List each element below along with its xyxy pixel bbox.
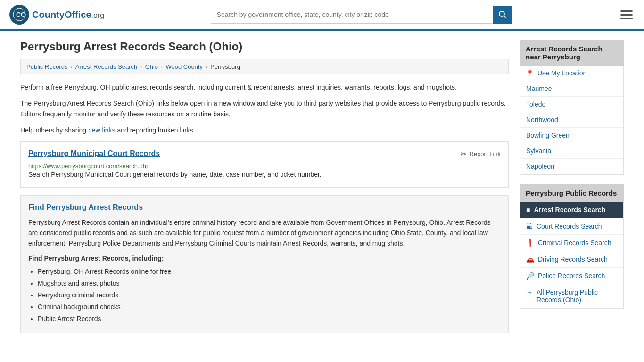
description-para1: Perform a free Perrysburg, OH public arr… [20,82,509,92]
svg-line-3 [504,16,506,18]
list-item: Perrysburg, OH Arrest Records online for… [38,266,501,278]
record-card-header: Perrysburg Municipal Court Records ✂ Rep… [28,149,501,158]
sidebar-nearby-list: 📍 Use My Location Maumee Toledo Northwoo… [520,66,624,175]
sidebar-nearby-napoleon[interactable]: Napoleon [520,159,623,174]
court-records-label: Court Records Search [537,222,602,230]
sidebar-records-section: Perrysburg Public Records ■ Arrest Recor… [520,184,624,309]
menu-line [620,14,633,16]
search-input[interactable] [211,6,493,24]
logo-icon: CO [9,5,29,25]
sidebar-nearby-bowling-green[interactable]: Bowling Green [520,128,623,143]
breadcrumb: Public Records › Arrest Records Search ›… [20,59,509,74]
sidebar-nearby-northwood[interactable]: Northwood [520,112,623,128]
use-my-location[interactable]: 📍 Use My Location [520,66,623,81]
record-url[interactable]: https://www.perrysburgcourt.com/search.p… [28,163,149,170]
find-section-list: Perrysburg, OH Arrest Records online for… [28,266,501,325]
breadcrumb-public-records[interactable]: Public Records [26,63,67,70]
search-button[interactable] [493,6,512,24]
all-records-icon: → [526,288,533,296]
desc-para3-prefix: Help others by sharing [20,126,88,134]
police-records-label: Police Records Search [538,272,605,280]
site-header: CO CountyOffice.org [0,0,644,31]
logo-suffix: .org [91,11,105,19]
list-item: Public Arrest Records [38,313,501,325]
record-desc: Search Perrysburg Municipal Court genera… [28,170,501,180]
use-location-label: Use My Location [537,69,586,77]
menu-line [620,10,633,12]
svg-text:CO: CO [16,11,26,18]
find-section-para: Perrysburg Arrest Records contain an ind… [28,217,501,249]
report-icon: ✂ [461,149,467,158]
sidebar-records-title: Perrysburg Public Records [520,184,624,202]
main-container: Perrysburg Arrest Records Search (Ohio) … [11,31,633,350]
search-bar-area [211,6,512,24]
list-item: Criminal background checks [38,301,501,313]
breadcrumb-ohio[interactable]: Ohio [145,63,158,70]
sidebar-nearby-toledo[interactable]: Toledo [520,97,623,112]
sidebar: Arrest Records Search near Perrysburg 📍 … [520,40,624,341]
sidebar-record-arrest[interactable]: ■ Arrest Records Search [520,202,623,218]
breadcrumb-sep: › [206,63,207,70]
list-item: Perrysburg criminal records [38,289,501,301]
logo-area: CO CountyOffice.org [9,5,104,25]
menu-line [620,18,633,19]
sidebar-record-court[interactable]: 🏛 Court Records Search [520,218,623,235]
search-icon [498,10,507,19]
record-card-title[interactable]: Perrysburg Municipal Court Records [28,149,160,158]
sidebar-nearby-maumee[interactable]: Maumee [520,81,623,97]
breadcrumb-arrest-records[interactable]: Arrest Records Search [75,63,138,70]
page-title: Perrysburg Arrest Records Search (Ohio) [20,40,509,53]
content-area: Perrysburg Arrest Records Search (Ohio) … [20,40,509,341]
record-card: Perrysburg Municipal Court Records ✂ Rep… [20,141,509,188]
report-link-label: Report Link [470,150,501,157]
sidebar-records-list: ■ Arrest Records Search 🏛 Court Records … [520,202,624,309]
arrest-icon: ■ [526,206,530,214]
breadcrumb-sep: › [70,63,72,70]
menu-button[interactable] [619,8,635,21]
description-para2: The Perrysburg Arrest Records Search (Oh… [20,98,509,119]
sidebar-nearby-title: Arrest Records Search near Perrysburg [520,40,624,66]
sidebar-record-driving[interactable]: 🚗 Driving Records Search [520,251,623,268]
breadcrumb-perrysburg: Perrysburg [210,63,240,70]
report-link[interactable]: ✂ Report Link [461,149,501,158]
criminal-records-label: Criminal Records Search [538,239,611,247]
logo-text: CountyOffice.org [32,9,104,20]
breadcrumb-wood-county[interactable]: Wood County [165,63,203,70]
new-links-link[interactable]: new links [88,126,116,134]
sidebar-all-records[interactable]: → All Perrysburg Public Records (Ohio) [520,284,623,308]
logo-name: CountyOffice [32,9,91,20]
sidebar-record-criminal[interactable]: ❗ Criminal Records Search [520,235,623,251]
find-section-title: Find Perrysburg Arrest Records [28,203,501,212]
arrest-records-label: Arrest Records Search [534,206,605,214]
sidebar-record-police[interactable]: 🔎 Police Records Search [520,268,623,284]
court-icon: 🏛 [526,222,533,230]
breadcrumb-sep: › [140,63,142,70]
including-title: Find Perrysburg Arrest Records, includin… [28,255,501,262]
sidebar-nearby-sylvania[interactable]: Sylvania [520,143,623,159]
location-icon: 📍 [526,70,534,77]
driving-records-label: Driving Records Search [538,255,608,263]
breadcrumb-sep: › [161,63,163,70]
police-icon: 🔎 [526,272,534,280]
all-records-label: All Perrysburg Public Records (Ohio) [537,288,618,304]
desc-para3-suffix: and reporting broken links. [116,126,195,134]
criminal-icon: ❗ [526,239,534,247]
description-para3: Help others by sharing new links and rep… [20,125,509,135]
list-item: Mugshots and arrest photos [38,278,501,289]
sidebar-nearby-section: Arrest Records Search near Perrysburg 📍 … [520,40,624,175]
driving-icon: 🚗 [526,255,534,263]
find-section: Find Perrysburg Arrest Records Perrysbur… [20,195,509,333]
